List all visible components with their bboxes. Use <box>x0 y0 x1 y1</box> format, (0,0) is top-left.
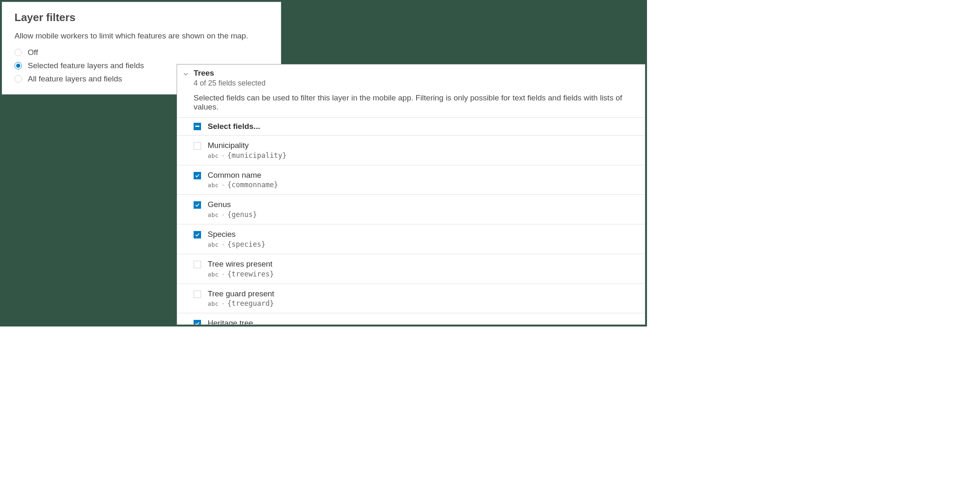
field-type-icon: abc <box>208 271 219 278</box>
field-type-icon: abc <box>208 153 219 159</box>
field-meta: abc·{genus} <box>208 210 257 219</box>
field-type-icon: abc <box>208 212 219 218</box>
chevron-down-icon <box>183 71 189 79</box>
field-checkbox[interactable] <box>194 261 201 268</box>
field-label: Species <box>208 229 266 239</box>
field-row[interactable]: Speciesabc·{species} <box>177 224 645 254</box>
field-row[interactable]: Municipalityabc·{municipality} <box>177 136 645 165</box>
separator-dot: · <box>222 181 224 189</box>
field-label: Genus <box>208 200 257 210</box>
field-placeholder: {treeguard} <box>228 299 274 307</box>
separator-dot: · <box>222 300 224 308</box>
field-label: Heritage tree <box>208 318 270 325</box>
field-checkbox[interactable] <box>194 231 201 238</box>
field-meta: abc·{treeguard} <box>208 299 274 308</box>
radio-icon <box>14 75 22 83</box>
field-checkbox[interactable] <box>194 201 201 209</box>
radio-label: Selected feature layers and fields <box>28 61 144 70</box>
field-meta: abc·{species} <box>208 240 266 249</box>
panel-description: Allow mobile workers to limit which feat… <box>14 31 268 41</box>
separator-dot: · <box>222 211 224 219</box>
field-checkbox[interactable] <box>194 320 201 325</box>
field-label: Tree wires present <box>208 259 274 269</box>
select-all-label: Select fields... <box>208 122 260 131</box>
field-list: Municipalityabc·{municipality}Common nam… <box>177 136 645 325</box>
field-checkbox[interactable] <box>194 291 201 298</box>
panel-title: Layer filters <box>14 11 268 24</box>
select-all-row[interactable]: Select fields... <box>177 117 645 136</box>
field-placeholder: {genus} <box>228 210 257 219</box>
field-placeholder: {treewires} <box>228 270 274 278</box>
field-placeholder: {species} <box>228 240 266 248</box>
field-type-icon: abc <box>208 300 219 307</box>
field-type-icon: abc <box>208 241 219 248</box>
field-meta: abc·{treewires} <box>208 270 274 279</box>
radio-label: All feature layers and fields <box>28 74 122 83</box>
layer-help-text: Selected fields can be used to filter th… <box>177 93 645 117</box>
field-row[interactable]: Genusabc·{genus} <box>177 195 645 224</box>
layer-fields-panel: Trees 4 of 25 fields selected Selected f… <box>177 64 645 325</box>
field-label: Common name <box>208 170 278 180</box>
select-all-checkbox[interactable] <box>194 123 201 130</box>
layer-subtitle: 4 of 25 fields selected <box>194 79 266 88</box>
field-checkbox[interactable] <box>194 172 201 179</box>
field-row[interactable]: Tree guard presentabc·{treeguard} <box>177 284 645 314</box>
field-meta: abc·{commonname} <box>208 181 278 189</box>
field-type-icon: abc <box>208 182 219 188</box>
separator-dot: · <box>222 270 224 279</box>
field-meta: abc·{municipality} <box>208 151 287 160</box>
radio-option-off[interactable]: Off <box>14 48 268 57</box>
layer-title: Trees <box>194 69 266 78</box>
field-placeholder: {commonname} <box>228 181 278 189</box>
radio-icon <box>14 62 22 69</box>
field-checkbox[interactable] <box>194 142 201 150</box>
layer-header[interactable]: Trees 4 of 25 fields selected <box>177 64 645 93</box>
field-row[interactable]: Heritage treeabc·{heritage} <box>177 313 645 325</box>
field-row[interactable]: Tree wires presentabc·{treewires} <box>177 254 645 284</box>
field-placeholder: {municipality} <box>228 151 287 160</box>
separator-dot: · <box>222 152 224 160</box>
separator-dot: · <box>222 241 224 249</box>
radio-icon <box>14 49 22 56</box>
field-row[interactable]: Common nameabc·{commonname} <box>177 165 645 195</box>
radio-label: Off <box>28 48 38 57</box>
field-label: Municipality <box>208 141 287 150</box>
field-label: Tree guard present <box>208 289 274 299</box>
